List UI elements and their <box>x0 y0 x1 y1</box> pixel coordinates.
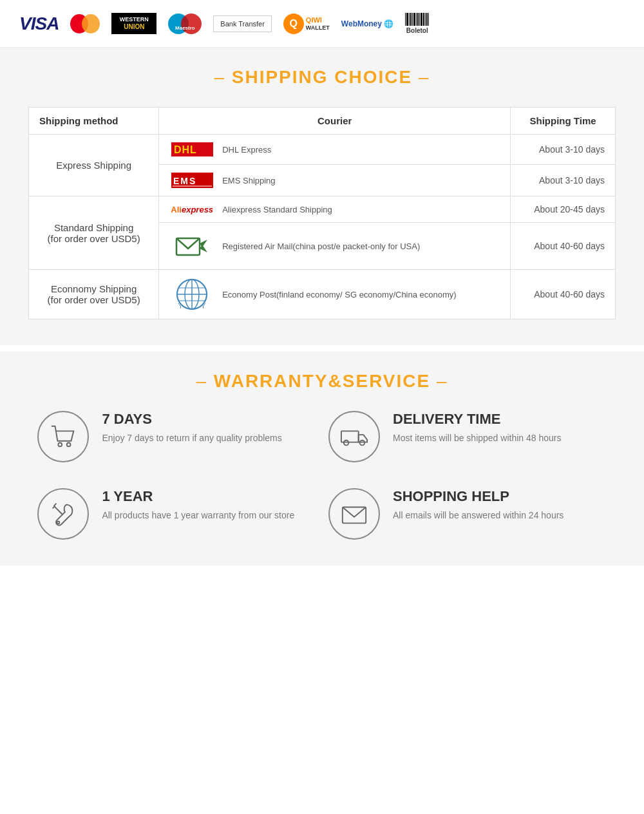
time-dhl: About 3-10 days <box>511 135 616 165</box>
svg-point-13 <box>59 443 62 447</box>
courier-ems: EMS EMS Shipping <box>159 165 511 196</box>
table-row: Standard Shipping(for order over USD5) A… <box>29 196 616 223</box>
method-express: Express Shipping <box>29 135 159 196</box>
western-union-logo: WESTERN UNION <box>111 13 156 34</box>
shipping-table: Shipping method Courier Shipping Time Ex… <box>28 107 616 319</box>
col-header-courier: Courier <box>159 108 511 135</box>
boleto-logo: Boletol <box>405 13 429 34</box>
svg-point-14 <box>67 443 71 447</box>
method-standard: Standard Shipping(for order over USD5) <box>29 196 159 270</box>
service-text-shopping-help: SHOPPING HELP All emails will be answere… <box>393 488 564 522</box>
col-header-method: Shipping method <box>29 108 159 135</box>
courier-airmail: Registered Air Mail(china post/e packet-… <box>159 223 511 270</box>
time-airmail: About 40-60 days <box>511 223 616 270</box>
svg-rect-15 <box>341 431 359 442</box>
service-text-1year: 1 YEAR All products have 1 year warranty… <box>102 488 294 522</box>
method-economy: Econnomy Shipping(for order over USD5) <box>29 270 159 319</box>
visa-logo: VISA <box>19 14 59 34</box>
maestro-logo: Maestro <box>168 14 202 34</box>
svg-text:EMS: EMS <box>173 176 196 186</box>
warranty-service-section: – WARRANTY&SERVICE – 7 DAYS Enjoy 7 days… <box>0 352 644 565</box>
table-row: Express Shipping DHL DHL Express Abo <box>29 135 616 165</box>
svg-text:DHL: DHL <box>174 144 197 155</box>
courier-economy: Economy Post(finland economy/ SG economy… <box>159 270 511 319</box>
col-header-time: Shipping Time <box>511 108 616 135</box>
table-row: Econnomy Shipping(for order over USD5) <box>29 270 616 319</box>
table-header-row: Shipping method Courier Shipping Time <box>29 108 616 135</box>
cart-icon-container <box>37 411 89 462</box>
service-text-delivery: DELIVERY TIME Most items will be shipped… <box>393 411 561 445</box>
courier-aliexpress: Aliexpress Aliexpress Standard Shipping <box>159 196 511 223</box>
svg-line-21 <box>53 506 55 509</box>
mastercard-logo <box>70 14 100 33</box>
bank-transfer-logo: Bank Transfer <box>213 15 271 32</box>
service-item-7days: 7 DAYS Enjoy 7 days to return if any qua… <box>37 411 316 462</box>
webmoney-logo: WebMoney 🌐 <box>341 19 393 28</box>
time-economy: About 40-60 days <box>511 270 616 319</box>
svg-point-18 <box>57 521 60 524</box>
service-item-delivery: DELIVERY TIME Most items will be shipped… <box>328 411 607 462</box>
svg-line-20 <box>54 504 57 506</box>
shipping-choice-section: – SHIPPING CHOICE – Shipping method Cour… <box>0 48 644 345</box>
shipping-choice-title: – SHIPPING CHOICE – <box>13 67 631 88</box>
courier-dhl: DHL DHL Express <box>159 135 511 165</box>
time-ems: About 3-10 days <box>511 165 616 196</box>
truck-icon-container <box>328 411 380 462</box>
service-item-1year: 1 YEAR All products have 1 year warranty… <box>37 488 316 540</box>
service-grid: 7 DAYS Enjoy 7 days to return if any qua… <box>37 411 606 540</box>
payment-logos-section: VISA WESTERN UNION Maestro Bank Transfer… <box>0 0 644 48</box>
service-text-7days: 7 DAYS Enjoy 7 days to return if any qua… <box>102 411 281 445</box>
time-aliexpress: About 20-45 days <box>511 196 616 223</box>
qiwi-logo: Q QIWI WALLET <box>283 14 330 34</box>
svg-line-19 <box>54 506 62 515</box>
warranty-title: – WARRANTY&SERVICE – <box>13 371 631 392</box>
service-item-shopping-help: SHOPPING HELP All emails will be answere… <box>328 488 607 540</box>
envelope-icon-container <box>328 488 380 540</box>
tools-icon-container <box>37 488 89 540</box>
